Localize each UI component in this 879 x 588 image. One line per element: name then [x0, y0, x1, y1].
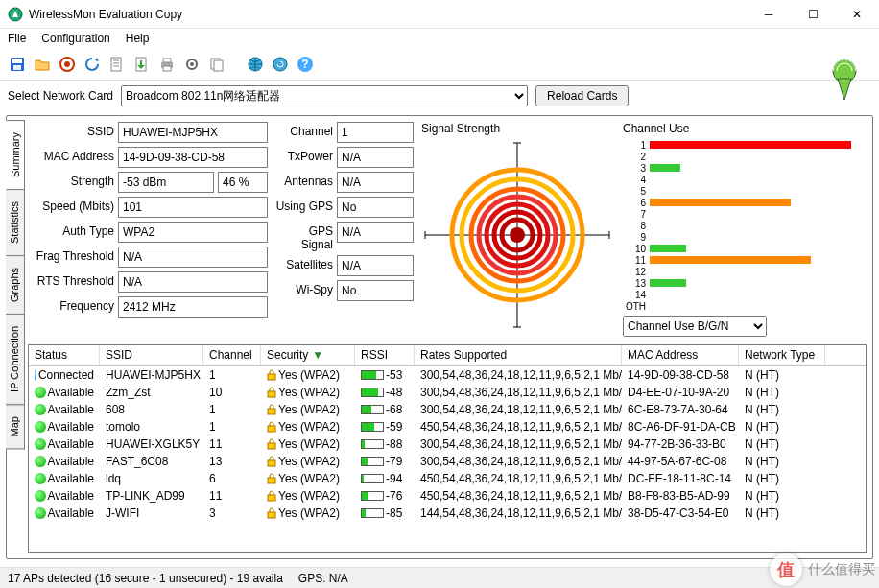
- col-channel[interactable]: Channel: [203, 345, 261, 365]
- col-security[interactable]: Security▼: [261, 345, 355, 365]
- menu-file[interactable]: File: [8, 32, 26, 45]
- svg-rect-30: [268, 374, 275, 380]
- frag-label: Frag Threshold: [28, 247, 114, 268]
- ap-grid: Status SSID Channel Security▼ RSSI Rates…: [28, 344, 867, 553]
- table-row[interactable]: AvailableHUAWEI-XGLK5Y11Yes (WPA2)-88300…: [29, 435, 866, 453]
- target-icon[interactable]: [56, 53, 79, 76]
- mac-label: MAC Address: [28, 147, 114, 168]
- minimize-button[interactable]: ─: [747, 0, 791, 29]
- tab-graphs[interactable]: Graphs: [6, 255, 25, 315]
- col-nettype[interactable]: Network Type: [739, 345, 825, 365]
- cell-ssid: Zzm_Zst: [100, 386, 203, 399]
- channel-label: 8: [623, 221, 650, 231]
- print-icon[interactable]: [155, 53, 178, 76]
- channel-bar: [650, 199, 791, 206]
- maximize-button[interactable]: ☐: [791, 0, 835, 29]
- cell-rates: 300,54,48,36,24,18,12,11,9,6,5,2,1 Mb/s: [415, 437, 622, 451]
- cell-rates: 450,54,48,36,24,18,12,11,9,6,5,2,1 Mb/s: [415, 489, 622, 503]
- status-dot-icon: [35, 369, 36, 381]
- globe-icon[interactable]: [244, 53, 267, 76]
- tab-map[interactable]: Map: [6, 404, 25, 449]
- close-button[interactable]: ✕: [835, 0, 879, 29]
- channel-use-select[interactable]: Channel Use B/G/N: [623, 316, 767, 337]
- cell-nettype: N (HT): [739, 437, 825, 451]
- menu-configuration[interactable]: Configuration: [41, 32, 109, 45]
- cell-ssid: J-WIFI: [100, 506, 203, 520]
- svg-rect-34: [268, 443, 275, 449]
- table-row[interactable]: ConnectedHUAWEI-MJP5HX1Yes (WPA2)-53300,…: [29, 366, 866, 384]
- cell-rssi: -53: [386, 368, 402, 382]
- txpower-value: N/A: [337, 147, 414, 168]
- open-icon[interactable]: [31, 53, 54, 76]
- svg-rect-3: [13, 65, 21, 70]
- rssi-bar-icon: [361, 422, 384, 432]
- rssi-bar-icon: [361, 457, 384, 466]
- sort-desc-icon: ▼: [312, 348, 323, 362]
- cell-channel: 1: [203, 420, 261, 434]
- col-rates[interactable]: Rates Supported: [415, 345, 622, 365]
- status-text: Available: [48, 403, 94, 416]
- netcard-select[interactable]: Broadcom 802.11n网络适配器: [121, 85, 528, 106]
- titlebar: WirelessMon Evaluation Copy ─ ☐ ✕: [0, 0, 879, 29]
- cell-channel: 10: [203, 386, 261, 399]
- lock-icon: [267, 404, 276, 415]
- network-card-row: Select Network Card Broadcom 802.11n网络适配…: [0, 81, 879, 111]
- cell-rssi: -68: [386, 403, 402, 416]
- svg-rect-10: [163, 66, 171, 71]
- freq-value: 2412 MHz: [118, 296, 268, 318]
- table-row[interactable]: AvailableJ-WIFI3Yes (WPA2)-85144,54,48,3…: [29, 505, 866, 522]
- copy-icon[interactable]: [205, 53, 228, 76]
- channel-use-bars: 1234567891011121314OTH: [623, 139, 867, 312]
- log-icon[interactable]: [106, 53, 129, 76]
- lock-icon: [267, 421, 276, 433]
- cell-rates: 300,54,48,36,24,18,12,11,9,6,5,2,1 Mb/s: [415, 403, 622, 416]
- table-row[interactable]: AvailableFAST_6C0813Yes (WPA2)-79300,54,…: [29, 453, 866, 470]
- table-row[interactable]: Available6081Yes (WPA2)-68300,54,48,36,2…: [29, 401, 866, 418]
- strength-dbm: -53 dBm: [118, 172, 214, 193]
- status-text: Available: [48, 420, 94, 434]
- menu-help[interactable]: Help: [126, 32, 150, 45]
- cell-mac: B8-F8-83-B5-AD-99: [622, 489, 739, 503]
- col-rssi[interactable]: RSSI: [355, 345, 415, 365]
- txpower-label: TxPower: [275, 147, 333, 168]
- col-mac[interactable]: MAC Address: [622, 345, 739, 365]
- table-row[interactable]: AvailableZzm_Zst10Yes (WPA2)-48300,54,48…: [29, 384, 866, 401]
- export-icon[interactable]: [131, 53, 154, 76]
- channel-label: 2: [623, 152, 650, 162]
- cell-mac: D4-EE-07-10-9A-20: [622, 386, 739, 399]
- channel-label: 3: [623, 163, 650, 174]
- globe-refresh-icon[interactable]: [269, 53, 292, 76]
- table-row[interactable]: AvailableTP-LINK_AD9911Yes (WPA2)-76450,…: [29, 487, 866, 505]
- channel-bar-row: 10: [623, 243, 867, 254]
- status-dot-icon: [35, 456, 46, 467]
- col-status[interactable]: Status: [29, 345, 100, 365]
- help-icon[interactable]: ?: [294, 53, 317, 76]
- settings-icon[interactable]: [180, 53, 203, 76]
- statusbar: 17 APs detected (16 secure - 1 unsecured…: [0, 567, 879, 588]
- channel-bar-row: 1: [623, 139, 867, 151]
- channel-bar-row: 7: [623, 208, 867, 220]
- grid-body[interactable]: ConnectedHUAWEI-MJP5HX1Yes (WPA2)-53300,…: [29, 366, 866, 552]
- tab-ip-connection[interactable]: IP Connection: [6, 314, 25, 405]
- cell-rates: 450,54,48,36,24,18,12,11,9,6,5,2,1 Mb/s: [415, 472, 622, 485]
- cell-mac: DC-FE-18-11-8C-14: [622, 472, 739, 485]
- refresh-icon[interactable]: [81, 53, 104, 76]
- svg-point-29: [510, 227, 525, 243]
- gpssignal-value: N/A: [337, 222, 414, 243]
- main-panel: Summary Statistics Graphs IP Connection …: [6, 115, 873, 559]
- channel-bar-row: OTH: [623, 300, 867, 312]
- reload-cards-button[interactable]: Reload Cards: [535, 85, 629, 106]
- tab-statistics[interactable]: Statistics: [6, 189, 25, 256]
- cell-rssi: -76: [386, 489, 402, 503]
- table-row[interactable]: Availableldq6Yes (WPA2)-94450,54,48,36,2…: [29, 470, 866, 487]
- cell-nettype: N (HT): [739, 386, 825, 399]
- table-row[interactable]: Availabletomolo1Yes (WPA2)-59450,54,48,3…: [29, 418, 866, 435]
- cell-nettype: N (HT): [739, 455, 825, 468]
- cell-security: Yes (WPA2): [278, 403, 340, 416]
- signal-strength-box: Signal Strength: [421, 122, 615, 338]
- connection-fields-right: Channel1 TxPowerN/A AntennasN/A Using GP…: [275, 122, 414, 338]
- save-icon[interactable]: [6, 53, 29, 76]
- channel-label: OTH: [623, 301, 650, 312]
- col-ssid[interactable]: SSID: [100, 345, 203, 365]
- tab-summary[interactable]: Summary: [6, 120, 25, 190]
